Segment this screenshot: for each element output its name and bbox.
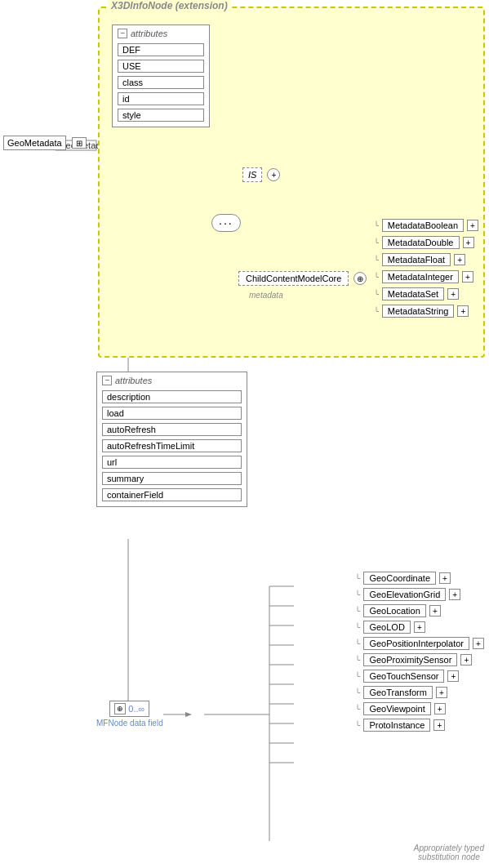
mfnode-icon: ⊕ <box>114 703 126 714</box>
collapse-btn-top[interactable]: − <box>118 29 127 38</box>
metadata-boolean-label[interactable]: MetadataBoolean <box>382 219 464 232</box>
attributes-top-label: − attributes <box>118 29 204 38</box>
geo-coordinate-item: ╰ GeoCoordinate + <box>355 572 484 585</box>
proto-instance-plus[interactable]: + <box>433 719 445 731</box>
geo-location-plus[interactable]: + <box>429 605 441 617</box>
metadata-integer-item: ╰ MetadataInteger + <box>374 270 478 283</box>
geo-lod-plus[interactable]: + <box>414 621 425 633</box>
metadata-set-item: ╰ MetadataSet + <box>374 287 478 300</box>
geo-lod-item: ╰ GeoLOD + <box>355 621 484 634</box>
metadata-float-plus[interactable]: + <box>454 254 465 265</box>
geo-elevation-grid-label[interactable]: GeoElevationGrid <box>363 588 446 601</box>
geo-proximity-sensor-plus[interactable]: + <box>460 654 472 665</box>
geo-viewpoint-plus[interactable]: + <box>434 703 446 714</box>
proto-instance-item: ╰ ProtoInstance + <box>355 719 484 732</box>
geo-viewpoint-item: ╰ GeoViewpoint + <box>355 702 484 715</box>
geo-viewpoint-label[interactable]: GeoViewpoint <box>363 702 430 715</box>
geo-proximity-sensor-item: ╰ GeoProximitySensor + <box>355 653 484 666</box>
child-content-box[interactable]: ChildContentModelCore <box>238 271 349 286</box>
svg-marker-29 <box>185 712 192 717</box>
geo-touch-sensor-item: ╰ GeoTouchSensor + <box>355 670 484 683</box>
attr-containerField[interactable]: containerField <box>102 488 242 501</box>
metadata-double-label[interactable]: MetadataDouble <box>382 236 460 249</box>
attr-summary[interactable]: summary <box>102 472 242 485</box>
geo-location-label[interactable]: GeoLocation <box>363 604 425 617</box>
metadata-set-label[interactable]: MetadataSet <box>382 287 444 300</box>
is-node: IS + <box>242 167 280 182</box>
attr-description[interactable]: description <box>102 390 242 403</box>
metadata-float-item: ╰ MetadataFloat + <box>374 253 478 266</box>
attr-load[interactable]: load <box>102 407 242 420</box>
geo-elevation-grid-item: ╰ GeoElevationGrid + <box>355 588 484 601</box>
attr-autoRefresh[interactable]: autoRefresh <box>102 423 242 436</box>
geo-position-interpolator-plus[interactable]: + <box>473 638 484 649</box>
geo-coordinate-label[interactable]: GeoCoordinate <box>363 572 436 585</box>
metadata-float-label[interactable]: MetadataFloat <box>382 253 451 266</box>
is-box[interactable]: IS <box>242 167 262 182</box>
attr-style[interactable]: style <box>118 109 204 122</box>
geo-transform-label[interactable]: GeoTransform <box>363 686 433 699</box>
geo-coordinate-plus[interactable]: + <box>439 572 451 584</box>
geo-proximity-sensor-label[interactable]: GeoProximitySensor <box>363 653 457 666</box>
attributes-box-top: − attributes DEF USE class id style <box>112 24 210 127</box>
metadata-string-plus[interactable]: + <box>457 305 469 317</box>
geo-metadata-connector: ⊞ <box>72 137 87 149</box>
collapse-btn-bottom[interactable]: − <box>102 376 112 385</box>
geo-nodes: ╰ GeoCoordinate + ╰ GeoElevationGrid + ╰… <box>355 572 484 732</box>
attr-DEF[interactable]: DEF <box>118 43 204 56</box>
attr-autoRefreshTimeLimit[interactable]: autoRefreshTimeLimit <box>102 439 242 452</box>
metadata-double-plus[interactable]: + <box>463 237 474 248</box>
geo-metadata-label[interactable]: GeoMetadata <box>3 136 66 150</box>
geo-transform-item: ╰ GeoTransform + <box>355 686 484 699</box>
three-dots-box[interactable]: ··· <box>211 214 241 232</box>
diagram-container: GeoMetadata <box>0 0 489 868</box>
mfnode-box: ⊕ 0..∞ <box>109 701 149 717</box>
geo-transform-plus[interactable]: + <box>436 687 447 698</box>
attr-class[interactable]: class <box>118 76 204 89</box>
attributes-bottom-label: − attributes <box>102 376 242 385</box>
mfnode-node: ⊕ 0..∞ MFNode data field <box>96 701 163 728</box>
metadata-integer-label[interactable]: MetadataInteger <box>382 270 459 283</box>
child-content-sublabel: metadata <box>249 291 283 300</box>
metadata-boolean-item: ╰ MetadataBoolean + <box>374 219 478 232</box>
geo-touch-sensor-label[interactable]: GeoTouchSensor <box>363 670 444 683</box>
is-plus[interactable]: + <box>267 168 280 181</box>
attr-url[interactable]: url <box>102 456 242 469</box>
attr-USE[interactable]: USE <box>118 60 204 73</box>
geo-position-interpolator-label[interactable]: GeoPositionInterpolator <box>363 637 469 650</box>
geo-lod-label[interactable]: GeoLOD <box>363 621 410 634</box>
metadata-boolean-plus[interactable]: + <box>467 220 478 231</box>
mfnode-range: 0..∞ <box>128 704 144 714</box>
metadata-double-item: ╰ MetadataDouble + <box>374 236 478 249</box>
attr-id[interactable]: id <box>118 92 204 105</box>
child-content-model-node: ChildContentModelCore ⊕ <box>238 271 367 286</box>
geo-elevation-grid-plus[interactable]: + <box>449 589 460 600</box>
proto-instance-label[interactable]: ProtoInstance <box>363 719 430 732</box>
x3d-info-node-box: X3DInfoNode (extension) − attributes DEF… <box>98 7 485 358</box>
mfnode-sublabel: MFNode data field <box>96 719 163 728</box>
geo-touch-sensor-plus[interactable]: + <box>447 670 459 682</box>
geo-position-interpolator-item: ╰ GeoPositionInterpolator + <box>355 637 484 650</box>
metadata-set-plus[interactable]: + <box>447 288 459 300</box>
x3d-info-node-label: X3DInfoNode (extension) <box>108 0 231 11</box>
metadata-string-label[interactable]: MetadataString <box>382 305 455 318</box>
metadata-string-item: ╰ MetadataString + <box>374 305 478 318</box>
three-dots-node: ··· <box>211 214 241 232</box>
substitution-label: Appropriately typedsubstitution node <box>414 844 484 861</box>
metadata-nodes: ╰ MetadataBoolean + ╰ MetadataDouble + ╰… <box>374 219 478 318</box>
geo-location-item: ╰ GeoLocation + <box>355 604 484 617</box>
attributes-box-bottom: − attributes description load autoRefres… <box>96 372 247 507</box>
child-content-connector[interactable]: ⊕ <box>353 272 367 285</box>
metadata-integer-plus[interactable]: + <box>462 271 473 283</box>
